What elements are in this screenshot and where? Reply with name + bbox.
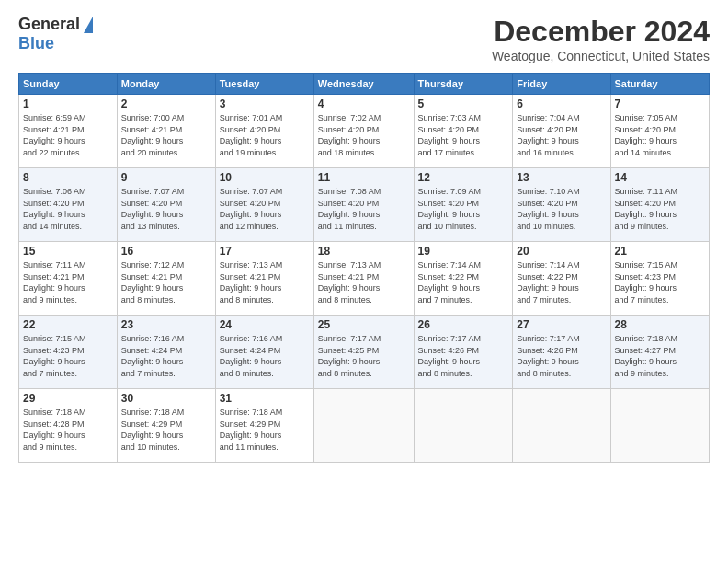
calendar-cell: 25Sunrise: 7:17 AMSunset: 4:25 PMDayligh… — [313, 316, 414, 389]
day-info: Sunrise: 7:17 AMSunset: 4:26 PMDaylight:… — [418, 333, 509, 379]
day-info: Sunrise: 6:59 AMSunset: 4:21 PMDaylight:… — [23, 112, 113, 158]
day-info: Sunrise: 7:13 AMSunset: 4:21 PMDaylight:… — [318, 259, 410, 305]
day-info: Sunrise: 7:09 AMSunset: 4:20 PMDaylight:… — [418, 186, 509, 232]
day-number: 16 — [121, 245, 211, 258]
calendar-cell: 18Sunrise: 7:13 AMSunset: 4:21 PMDayligh… — [313, 242, 414, 316]
calendar-header-row: SundayMondayTuesdayWednesdayThursdayFrid… — [19, 74, 710, 95]
day-number: 29 — [23, 392, 113, 405]
day-number: 10 — [220, 171, 310, 184]
calendar-cell — [313, 389, 414, 463]
page: General Blue December 2024 Weatogue, Con… — [0, 0, 728, 563]
calendar-cell — [610, 389, 709, 463]
day-info: Sunrise: 7:12 AMSunset: 4:21 PMDaylight:… — [121, 259, 211, 305]
day-info: Sunrise: 7:16 AMSunset: 4:24 PMDaylight:… — [220, 333, 310, 379]
calendar-cell: 26Sunrise: 7:17 AMSunset: 4:26 PMDayligh… — [414, 316, 513, 389]
day-info: Sunrise: 7:07 AMSunset: 4:20 PMDaylight:… — [121, 186, 211, 232]
day-number: 19 — [418, 245, 509, 258]
subtitle: Weatogue, Connecticut, United States — [492, 49, 710, 63]
calendar-cell: 24Sunrise: 7:16 AMSunset: 4:24 PMDayligh… — [215, 316, 313, 389]
calendar-cell: 23Sunrise: 7:16 AMSunset: 4:24 PMDayligh… — [117, 316, 215, 389]
day-number: 14 — [615, 171, 705, 184]
day-info: Sunrise: 7:16 AMSunset: 4:24 PMDaylight:… — [121, 333, 211, 379]
day-info: Sunrise: 7:17 AMSunset: 4:25 PMDaylight:… — [318, 333, 410, 379]
day-number: 26 — [418, 318, 509, 331]
title-section: December 2024 Weatogue, Connecticut, Uni… — [492, 15, 710, 63]
calendar-week-row: 8Sunrise: 7:06 AMSunset: 4:20 PMDaylight… — [19, 168, 710, 242]
day-number: 31 — [220, 392, 310, 405]
day-number: 25 — [318, 318, 410, 331]
calendar-cell — [414, 389, 513, 463]
calendar-cell: 15Sunrise: 7:11 AMSunset: 4:21 PMDayligh… — [19, 242, 118, 316]
calendar-cell: 2Sunrise: 7:00 AMSunset: 4:21 PMDaylight… — [117, 95, 215, 168]
logo-general-text: General — [18, 15, 80, 34]
calendar-week-row: 22Sunrise: 7:15 AMSunset: 4:23 PMDayligh… — [19, 316, 710, 389]
day-info: Sunrise: 7:08 AMSunset: 4:20 PMDaylight:… — [318, 186, 410, 232]
calendar-weekday-thursday: Thursday — [414, 74, 513, 95]
day-number: 27 — [517, 318, 606, 331]
calendar-cell: 27Sunrise: 7:17 AMSunset: 4:26 PMDayligh… — [513, 316, 610, 389]
day-info: Sunrise: 7:00 AMSunset: 4:21 PMDaylight:… — [121, 112, 211, 158]
day-number: 30 — [121, 392, 211, 405]
calendar-weekday-tuesday: Tuesday — [215, 74, 313, 95]
day-info: Sunrise: 7:14 AMSunset: 4:22 PMDaylight:… — [418, 259, 509, 305]
logo-triangle-icon — [84, 17, 93, 33]
logo-blue-text: Blue — [18, 34, 54, 53]
calendar-cell: 28Sunrise: 7:18 AMSunset: 4:27 PMDayligh… — [610, 316, 709, 389]
day-info: Sunrise: 7:05 AMSunset: 4:20 PMDaylight:… — [615, 112, 705, 158]
calendar-cell: 6Sunrise: 7:04 AMSunset: 4:20 PMDaylight… — [513, 95, 610, 168]
calendar-week-row: 1Sunrise: 6:59 AMSunset: 4:21 PMDaylight… — [19, 95, 710, 168]
calendar-cell: 4Sunrise: 7:02 AMSunset: 4:20 PMDaylight… — [313, 95, 414, 168]
calendar-cell: 16Sunrise: 7:12 AMSunset: 4:21 PMDayligh… — [117, 242, 215, 316]
day-number: 12 — [418, 171, 509, 184]
day-number: 2 — [121, 98, 211, 110]
day-number: 3 — [220, 98, 310, 110]
day-number: 5 — [418, 98, 509, 110]
calendar-cell: 11Sunrise: 7:08 AMSunset: 4:20 PMDayligh… — [313, 168, 414, 242]
day-number: 11 — [318, 171, 410, 184]
calendar-weekday-friday: Friday — [513, 74, 610, 95]
day-info: Sunrise: 7:11 AMSunset: 4:21 PMDaylight:… — [23, 259, 113, 305]
day-number: 24 — [220, 318, 310, 331]
calendar-table: SundayMondayTuesdayWednesdayThursdayFrid… — [18, 73, 710, 463]
calendar-cell: 29Sunrise: 7:18 AMSunset: 4:28 PMDayligh… — [19, 389, 118, 463]
calendar-cell: 7Sunrise: 7:05 AMSunset: 4:20 PMDaylight… — [610, 95, 709, 168]
calendar-cell — [513, 389, 610, 463]
calendar-cell: 3Sunrise: 7:01 AMSunset: 4:20 PMDaylight… — [215, 95, 313, 168]
day-number: 23 — [121, 318, 211, 331]
calendar-cell: 22Sunrise: 7:15 AMSunset: 4:23 PMDayligh… — [19, 316, 118, 389]
day-info: Sunrise: 7:02 AMSunset: 4:20 PMDaylight:… — [318, 112, 410, 158]
day-info: Sunrise: 7:18 AMSunset: 4:27 PMDaylight:… — [615, 333, 705, 379]
day-number: 4 — [318, 98, 410, 110]
calendar-cell: 30Sunrise: 7:18 AMSunset: 4:29 PMDayligh… — [117, 389, 215, 463]
calendar-week-row: 15Sunrise: 7:11 AMSunset: 4:21 PMDayligh… — [19, 242, 710, 316]
day-number: 21 — [615, 245, 705, 258]
calendar-cell: 20Sunrise: 7:14 AMSunset: 4:22 PMDayligh… — [513, 242, 610, 316]
day-info: Sunrise: 7:18 AMSunset: 4:29 PMDaylight:… — [220, 407, 310, 453]
calendar-cell: 10Sunrise: 7:07 AMSunset: 4:20 PMDayligh… — [215, 168, 313, 242]
calendar-cell: 13Sunrise: 7:10 AMSunset: 4:20 PMDayligh… — [513, 168, 610, 242]
header: General Blue December 2024 Weatogue, Con… — [18, 15, 710, 63]
calendar-weekday-sunday: Sunday — [19, 74, 118, 95]
day-info: Sunrise: 7:17 AMSunset: 4:26 PMDaylight:… — [517, 333, 606, 379]
calendar-cell: 12Sunrise: 7:09 AMSunset: 4:20 PMDayligh… — [414, 168, 513, 242]
calendar-cell: 31Sunrise: 7:18 AMSunset: 4:29 PMDayligh… — [215, 389, 313, 463]
day-number: 9 — [121, 171, 211, 184]
day-number: 28 — [615, 318, 705, 331]
calendar-cell: 5Sunrise: 7:03 AMSunset: 4:20 PMDaylight… — [414, 95, 513, 168]
day-info: Sunrise: 7:15 AMSunset: 4:23 PMDaylight:… — [615, 259, 705, 305]
logo: General Blue — [18, 15, 93, 53]
day-info: Sunrise: 7:11 AMSunset: 4:20 PMDaylight:… — [615, 186, 705, 232]
main-title: December 2024 — [492, 15, 710, 49]
day-number: 15 — [23, 245, 113, 258]
day-info: Sunrise: 7:04 AMSunset: 4:20 PMDaylight:… — [517, 112, 606, 158]
calendar-weekday-saturday: Saturday — [610, 74, 709, 95]
calendar-week-row: 29Sunrise: 7:18 AMSunset: 4:28 PMDayligh… — [19, 389, 710, 463]
day-number: 13 — [517, 171, 606, 184]
calendar-cell: 19Sunrise: 7:14 AMSunset: 4:22 PMDayligh… — [414, 242, 513, 316]
day-info: Sunrise: 7:10 AMSunset: 4:20 PMDaylight:… — [517, 186, 606, 232]
day-info: Sunrise: 7:01 AMSunset: 4:20 PMDaylight:… — [220, 112, 310, 158]
calendar-weekday-wednesday: Wednesday — [313, 74, 414, 95]
day-number: 22 — [23, 318, 113, 331]
day-info: Sunrise: 7:06 AMSunset: 4:20 PMDaylight:… — [23, 186, 113, 232]
day-number: 17 — [220, 245, 310, 258]
